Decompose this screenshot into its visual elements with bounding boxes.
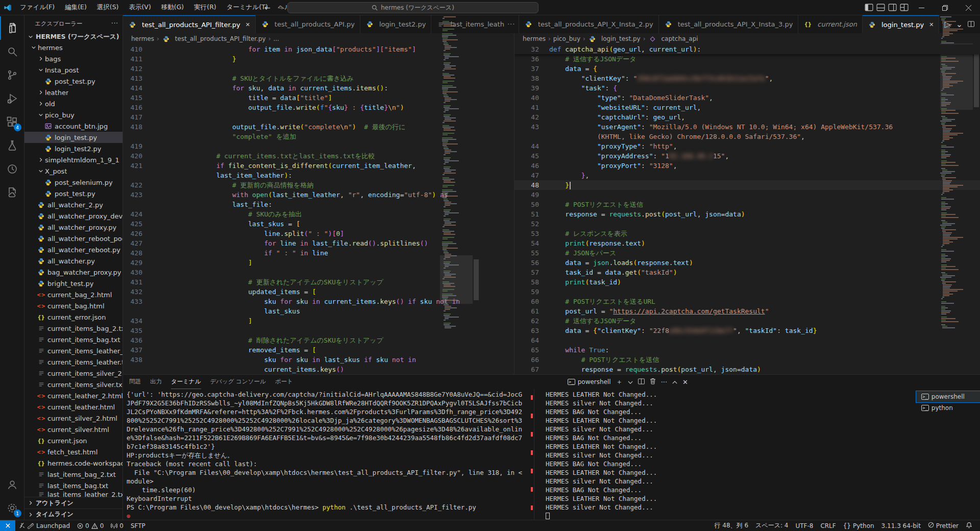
sidebar-section-タイムライン[interactable]: タイムライン (24, 509, 122, 520)
menu-item[interactable]: 編集(E) (60, 2, 91, 13)
tree-item[interactable]: {}hermes.code-workspace (24, 457, 122, 469)
tree-item[interactable]: all_watcher_reboot.py (24, 244, 122, 255)
terminal-list-item-powershell[interactable]: >_powershell (916, 391, 980, 402)
tab-login_test2.py[interactable]: login_test2.py (360, 15, 431, 33)
panel-more-icon[interactable]: ··· (661, 378, 667, 386)
status-item-Python[interactable]: {}Python (840, 520, 878, 531)
tree-item[interactable]: bright_test.py (24, 278, 122, 289)
tree-item[interactable]: account_btn.jpg (24, 120, 122, 132)
tree-item[interactable]: login_test.py (24, 132, 122, 143)
extensions-icon[interactable]: 4 (0, 110, 24, 134)
breadcrumb-item[interactable]: ... (273, 35, 279, 42)
tree-item[interactable]: current_items_bag_2.txt (24, 323, 122, 334)
tree-item[interactable]: <>current_silver.html (24, 424, 122, 435)
terminal-list-item-python[interactable]: >_python (916, 402, 980, 414)
sftp-view-icon[interactable] (0, 181, 24, 204)
tree-item[interactable]: <>current_leather.html (24, 401, 122, 413)
tree-item[interactable]: current_items_bag.txt (24, 334, 122, 345)
tab-current.json[interactable]: {}current.json (798, 15, 863, 33)
tree-item[interactable]: simplehtmldom_1_9_1 (24, 154, 122, 165)
problems-item[interactable]: 0 0 (74, 520, 107, 531)
tree-item[interactable]: {}current_error.json (24, 311, 122, 323)
tree-item[interactable]: <>current_silver_2.html (24, 413, 122, 424)
tree-item[interactable]: <>current_leather_2.html (24, 390, 122, 401)
terminal-output-left[interactable]: {'url': 'https://geo.captcha-delivery.co… (123, 389, 534, 520)
tree-item[interactable]: current_items_leather_2.txt (24, 345, 122, 356)
menu-item[interactable]: ファイル(F) (15, 2, 59, 13)
tree-item[interactable]: all_watcher_2.py (24, 199, 122, 210)
minimap-left[interactable] (440, 15, 473, 374)
minimap-right[interactable] (940, 15, 973, 374)
tree-item[interactable]: bags (24, 53, 122, 64)
ports-item[interactable]: 0 (107, 520, 127, 531)
tree-item[interactable]: post_test.py (24, 188, 122, 199)
terminal-output-right[interactable]: HERMES LEATHER Not Changed...HERMES silv… (534, 389, 916, 520)
tree-item[interactable]: current_items_leather.txt (24, 356, 122, 368)
close-panel-icon[interactable]: ✕ (682, 378, 688, 386)
workspace-header[interactable]: HERMES (ワークスペース) (24, 32, 122, 42)
tree-item[interactable]: all_watcher_proxy_dev.py (24, 210, 122, 222)
nav-back-icon[interactable]: ← (264, 4, 271, 12)
panel-tab-問題[interactable]: 問題 (129, 375, 141, 389)
new-terminal-button[interactable]: ＋ (616, 377, 623, 387)
command-center-search[interactable]: hermes (ワークスペース) (287, 2, 538, 13)
toggle-sidebar-icon[interactable] (865, 4, 873, 11)
scrollbar-left[interactable] (473, 15, 480, 374)
tree-item[interactable]: leather (24, 87, 122, 98)
tree-item[interactable]: <>current_bag_2.html (24, 289, 122, 300)
breadcrumb-item[interactable]: test_all_products_API_filter.py (175, 35, 266, 42)
maximize-panel-icon[interactable] (672, 378, 677, 386)
menu-item[interactable]: 表示(V) (124, 2, 155, 13)
tree-item[interactable]: {}current.json (24, 435, 122, 446)
breadcrumb-item[interactable]: pico_buy (553, 35, 580, 42)
tree-item[interactable]: post_selenium.py (24, 177, 122, 188)
tree-item[interactable]: post_test.py (24, 76, 122, 87)
status-item-bell[interactable] (962, 520, 976, 531)
explorer-icon[interactable] (0, 16, 24, 40)
tab-y[interactable]: y (514, 15, 519, 33)
customize-layout-icon[interactable] (900, 4, 909, 11)
tree-item[interactable]: login_test2.py (24, 143, 122, 154)
code-editor-right[interactable]: 32def captcha_api(geo_url, current_url):… (514, 44, 980, 374)
toggle-panel-icon[interactable] (876, 4, 885, 11)
kill-terminal-icon[interactable] (650, 378, 656, 386)
tree-item[interactable]: current_items_silver.txt (24, 379, 122, 390)
remote-explorer-icon[interactable] (0, 157, 24, 181)
tree-item[interactable]: all_watcher.py (24, 255, 122, 267)
close-tab-icon[interactable]: ✕ (929, 21, 934, 28)
close-tab-icon[interactable]: ✕ (246, 21, 250, 28)
remote-indicator[interactable] (0, 520, 15, 531)
panel-tab-出力[interactable]: 出力 (150, 375, 162, 389)
status-item-スペース: 4[interactable]: スペース: 4 (752, 520, 792, 531)
tab-test_all_products_API_X_Insta_2.py[interactable]: test_all_products_API_X_Insta_2.py (519, 15, 659, 33)
panel-tab-ポート[interactable]: ポート (275, 375, 293, 389)
status-item-UTF-8[interactable]: UTF-8 (792, 520, 817, 531)
toggle-secondary-sidebar-icon[interactable] (888, 4, 897, 11)
tree-item[interactable]: last_items_bag_2.txt (24, 469, 122, 480)
tree-item[interactable]: last_items_leather_2.txt (24, 491, 122, 497)
tree-item[interactable]: old (24, 98, 122, 109)
tree-item[interactable]: last_items_bag.txt (24, 480, 122, 491)
nav-forward-icon[interactable]: → (278, 4, 284, 12)
breadcrumb-item[interactable]: hermes (523, 35, 546, 42)
tree-item[interactable]: all_watcher_proxy.py (24, 222, 122, 233)
menu-item[interactable]: 移動(G) (157, 2, 188, 13)
panel-tab-デバッグ コンソール[interactable]: デバッグ コンソール (210, 375, 266, 389)
tree-item[interactable]: <>current_bag.html (24, 300, 122, 311)
tab-test_all_products_API_filter.py[interactable]: test_all_products_API_filter.py✕ (123, 15, 256, 33)
scrollbar-right[interactable] (973, 15, 980, 374)
tree-item[interactable]: Insta_post (24, 64, 122, 76)
tree-item[interactable]: X_post (24, 165, 122, 177)
testing-icon[interactable] (0, 134, 24, 157)
launchpad-item[interactable]: Launchpad (15, 520, 74, 531)
status-item-CRLF[interactable]: CRLF (817, 520, 839, 531)
tree-item[interactable]: pico_buy (24, 109, 122, 120)
menu-item[interactable]: 選択(S) (92, 2, 124, 13)
sftp-item[interactable]: SFTP (127, 520, 149, 531)
tree-item[interactable]: bag_watcher_proxy.py (24, 267, 122, 278)
restore-button[interactable] (933, 0, 957, 15)
tree-item[interactable]: current_items_silver_2.txt (24, 368, 122, 379)
tree-item[interactable]: <>fetch_test.html (24, 446, 122, 457)
account-icon[interactable] (0, 473, 24, 496)
status-item-行 48、列 6[interactable]: 行 48、列 6 (711, 520, 752, 531)
